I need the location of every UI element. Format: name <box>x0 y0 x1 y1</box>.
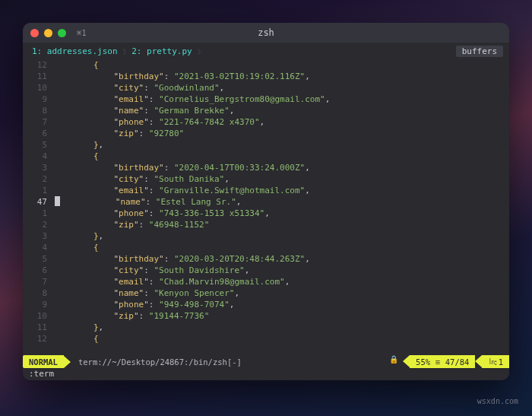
tab-addresses[interactable]: 1: addresses.json <box>29 46 121 56</box>
line-number: 7 <box>23 276 49 287</box>
line-number: 6 <box>23 128 49 139</box>
code-line: "phone": "221-764-7842 x4370", <box>53 116 509 128</box>
line-number: 10 <box>23 82 49 94</box>
minimize-icon[interactable] <box>44 29 52 37</box>
zoom-icon[interactable] <box>58 29 66 37</box>
terminal-window: ⌘1 zsh 1: addresses.json ❯ 2: pretty.py … <box>23 23 509 380</box>
watermark: wsxdn.com <box>477 397 518 405</box>
lock-icon: 🔒 <box>389 355 398 368</box>
code-line: "name": "Estel Lang Sr.", <box>53 196 509 208</box>
window-title: zsh <box>258 27 274 38</box>
mode-indicator: NORMAL <box>23 355 64 368</box>
code-line: }, <box>53 230 509 242</box>
code-line: "city": "South Danika", <box>53 173 509 185</box>
close-icon[interactable] <box>30 29 39 37</box>
chevron-right-icon: ❯ <box>197 46 202 56</box>
cursor-column: ㏑:1 <box>482 355 509 368</box>
line-number: 9 <box>23 94 49 105</box>
line-number: 4 <box>23 151 49 162</box>
editor-viewport[interactable]: 12111098765432147123456789101112 { "birt… <box>23 58 509 355</box>
buffer-tabline: 1: addresses.json ❯ 2: pretty.py ❯ buffe… <box>23 43 509 58</box>
status-line: NORMAL term://~/Desktop/24867:/bin/zsh[-… <box>23 355 509 368</box>
code-line: { <box>53 242 509 253</box>
code-line: }, <box>53 139 509 151</box>
line-number: 1 <box>23 185 49 196</box>
tab-pretty[interactable]: 2: pretty.py <box>128 46 195 56</box>
code-line: "email": "Chad.Marvin98@gmail.com", <box>53 276 509 287</box>
window-controls <box>30 29 66 37</box>
line-number: 12 <box>23 59 49 71</box>
code-line: "birthday": "2020-03-20T20:48:44.263Z", <box>53 253 509 265</box>
code-line: "name": "Kenyon Spencer", <box>53 287 509 299</box>
buffer-name: term://~/Desktop/24867:/bin/zsh[-] <box>71 355 248 368</box>
code-line: "birthday": "2020-04-17T00:33:24.000Z", <box>53 162 509 173</box>
separator-icon <box>475 355 482 367</box>
line-number: 8 <box>23 105 49 116</box>
line-number: 6 <box>23 265 49 276</box>
code-line: "zip": "92780" <box>53 128 509 139</box>
code-line: { <box>53 333 509 345</box>
window-titlebar[interactable]: ⌘1 zsh <box>23 23 509 43</box>
code-line: "name": "German Brekke", <box>53 105 509 116</box>
line-number: 3 <box>23 162 49 173</box>
code-line: "city": "Goodwinland", <box>53 82 509 94</box>
buffers-button[interactable]: buffers <box>456 46 503 57</box>
line-number: 12 <box>23 333 49 345</box>
line-number: 4 <box>23 242 49 253</box>
code-line: { <box>53 151 509 162</box>
line-number: 11 <box>23 322 49 333</box>
cursor <box>55 196 60 206</box>
code-line: "birthday": "2021-03-02T10:19:02.116Z", <box>53 71 509 82</box>
separator-icon <box>403 355 410 367</box>
line-number: 8 <box>23 287 49 299</box>
code-line: { <box>53 59 509 71</box>
line-number: 5 <box>23 139 49 151</box>
code-line: "zip": "46948-1152" <box>53 219 509 230</box>
code-line: "city": "South Davidshire", <box>53 265 509 276</box>
tab-shortcut-hint: ⌘1 <box>77 29 87 37</box>
line-number: 1 <box>23 208 49 219</box>
code-line: "phone": "743-336-1513 x51334", <box>53 208 509 219</box>
line-number: 10 <box>23 310 49 322</box>
code-line: "phone": "949-498-7074", <box>53 299 509 310</box>
line-number: 2 <box>23 219 49 230</box>
command-line[interactable]: :term <box>23 368 509 380</box>
line-number: 47 <box>23 196 49 208</box>
line-number: 3 <box>23 230 49 242</box>
line-number-gutter: 12111098765432147123456789101112 <box>23 59 53 355</box>
code-area[interactable]: { "birthday": "2021-03-02T10:19:02.116Z"… <box>53 59 509 355</box>
line-number: 7 <box>23 116 49 128</box>
code-line: }, <box>53 322 509 333</box>
separator-icon <box>64 356 71 368</box>
line-number: 11 <box>23 71 49 82</box>
code-line: "zip": "19144-7736" <box>53 310 509 322</box>
scroll-percent: 55% ≡ 47/84 <box>410 355 475 368</box>
line-number: 9 <box>23 299 49 310</box>
desktop-wallpaper: ⌘1 zsh 1: addresses.json ❯ 2: pretty.py … <box>0 0 532 416</box>
chevron-right-icon: ❯ <box>122 46 128 56</box>
code-line: "email": "Granville.Swift@hotmail.com", <box>53 185 509 196</box>
line-number: 2 <box>23 173 49 185</box>
line-number: 5 <box>23 253 49 265</box>
code-line: "email": "Cornelius_Bergstrom80@gmail.co… <box>53 94 509 105</box>
